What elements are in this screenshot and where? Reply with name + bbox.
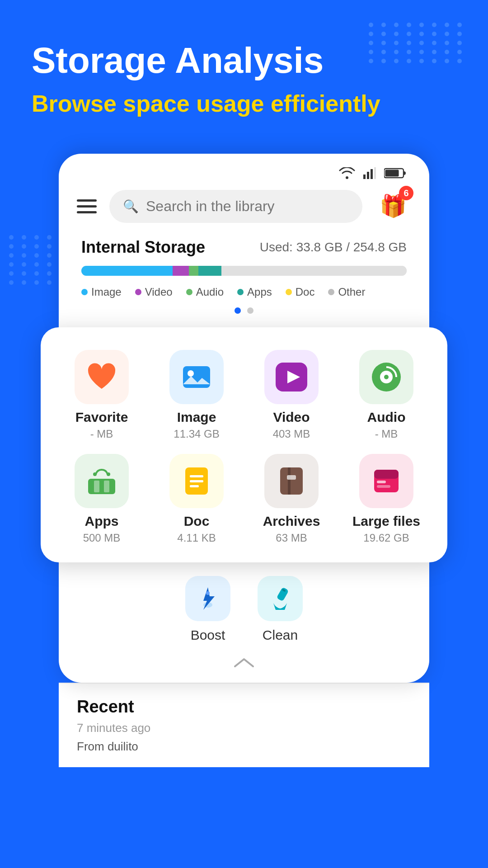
archives-size: 63 MB — [276, 532, 307, 544]
svg-point-7 — [188, 370, 194, 377]
category-archives[interactable]: Archives 63 MB — [249, 454, 334, 544]
search-input[interactable] — [146, 198, 349, 215]
recent-section: Recent 7 minutes ago From duilito — [59, 683, 429, 767]
apps-label: Apps — [85, 514, 119, 529]
svg-rect-0 — [363, 175, 366, 179]
doc-size: 4.11 KB — [177, 532, 216, 544]
legend-image: Image — [81, 286, 122, 298]
category-grid: Favorite - MB Image 11.34 GB Video 403 M… — [59, 350, 429, 544]
legend-dot-doc — [286, 289, 292, 295]
svg-rect-23 — [287, 475, 296, 480]
category-audio[interactable]: Audio - MB — [343, 350, 429, 440]
svg-rect-3 — [374, 167, 376, 179]
gift-badge: 6 — [399, 186, 413, 200]
svg-rect-21 — [190, 485, 199, 487]
legend-dot-apps — [237, 289, 244, 295]
apps-icon — [75, 454, 129, 508]
svg-point-16 — [93, 472, 97, 476]
archives-icon — [264, 454, 319, 508]
storage-legend: Image Video Audio Apps Doc — [81, 286, 407, 298]
svg-rect-15 — [104, 481, 109, 492]
doc-icon — [169, 454, 224, 508]
svg-rect-5 — [385, 170, 399, 177]
favorite-size: - MB — [90, 428, 113, 440]
bar-audio — [189, 266, 199, 276]
boost-clean-row: Boost Clean — [77, 576, 411, 643]
legend-dot-other — [328, 289, 334, 295]
svg-point-29 — [206, 591, 210, 595]
video-size: 403 MB — [273, 428, 310, 440]
svg-rect-22 — [280, 467, 303, 495]
boost-icon — [185, 576, 230, 621]
audio-label: Audio — [367, 410, 406, 425]
hamburger-menu-button[interactable] — [77, 199, 97, 213]
bar-apps — [198, 266, 221, 276]
status-bar — [77, 167, 411, 179]
search-bar[interactable]: 🔍 — [109, 190, 362, 223]
category-large-files[interactable]: Large files 19.62 GB — [343, 454, 429, 544]
apps-size: 500 MB — [83, 532, 121, 544]
category-video[interactable]: Video 403 MB — [249, 350, 334, 440]
bar-image — [81, 266, 173, 276]
recent-time: 7 minutes ago — [77, 721, 411, 735]
svg-rect-27 — [377, 485, 390, 488]
legend-audio: Audio — [186, 286, 224, 298]
archives-label: Archives — [263, 514, 320, 529]
large-files-icon — [359, 454, 413, 508]
video-icon — [264, 350, 319, 404]
svg-rect-19 — [190, 475, 203, 477]
boost-item[interactable]: Boost — [185, 576, 230, 643]
audio-size: - MB — [375, 428, 398, 440]
bar-doc — [221, 266, 407, 276]
gift-button[interactable]: 🎁 6 — [375, 188, 411, 224]
recent-title: Recent — [77, 697, 411, 717]
image-size: 11.34 GB — [174, 428, 219, 440]
header-section: Storage Analysis Browse space usage effi… — [0, 0, 488, 136]
clean-label: Clean — [263, 627, 298, 643]
chevron-up-handle[interactable] — [77, 652, 411, 674]
signal-icon — [363, 167, 376, 179]
battery-icon — [384, 167, 407, 179]
svg-rect-2 — [371, 169, 373, 179]
category-favorite[interactable]: Favorite - MB — [59, 350, 145, 440]
recent-from: From duilito — [77, 740, 411, 754]
category-image[interactable]: Image 11.34 GB — [154, 350, 239, 440]
legend-dot-audio — [186, 289, 192, 295]
storage-header: Internal Storage Used: 33.8 GB / 254.8 G… — [81, 238, 407, 257]
svg-point-17 — [107, 472, 110, 476]
top-card: 🔍 🎁 6 Internal Storage Used: 33.8 GB / 2… — [59, 154, 429, 327]
storage-used-value: Used: 33.8 GB / 254.8 GB — [260, 240, 407, 255]
favorite-icon — [75, 350, 129, 404]
pag-dot-2[interactable] — [247, 307, 253, 314]
image-icon — [169, 350, 224, 404]
svg-rect-6 — [183, 366, 210, 388]
svg-rect-20 — [190, 480, 203, 482]
page-subtitle: Browse space usage efficiently — [32, 90, 456, 118]
large-files-label: Large files — [352, 514, 420, 529]
clean-item[interactable]: Clean — [258, 576, 303, 643]
favorite-label: Favorite — [75, 410, 128, 425]
storage-bar — [81, 266, 407, 276]
svg-rect-1 — [367, 172, 369, 179]
clean-icon — [258, 576, 303, 621]
pag-dot-1[interactable] — [235, 307, 241, 314]
category-doc[interactable]: Doc 4.11 KB — [154, 454, 239, 544]
legend-apps: Apps — [237, 286, 272, 298]
search-row: 🔍 🎁 6 — [77, 188, 411, 224]
storage-title: Internal Storage — [81, 238, 205, 257]
svg-rect-13 — [88, 479, 115, 494]
bottom-card: Boost Clean — [59, 562, 429, 683]
svg-point-12 — [384, 375, 389, 379]
audio-icon — [359, 350, 413, 404]
phone-mockup: 🔍 🎁 6 Internal Storage Used: 33.8 GB / 2… — [41, 154, 447, 767]
video-label: Video — [273, 410, 310, 425]
pagination-dots — [81, 307, 407, 314]
wifi-icon — [339, 167, 355, 179]
legend-dot-image — [81, 289, 88, 295]
storage-section: Internal Storage Used: 33.8 GB / 254.8 G… — [77, 238, 411, 314]
legend-other: Other — [328, 286, 365, 298]
legend-video: Video — [135, 286, 173, 298]
bar-video — [173, 266, 189, 276]
category-apps[interactable]: Apps 500 MB — [59, 454, 145, 544]
categories-card: Favorite - MB Image 11.34 GB Video 403 M… — [41, 327, 447, 562]
